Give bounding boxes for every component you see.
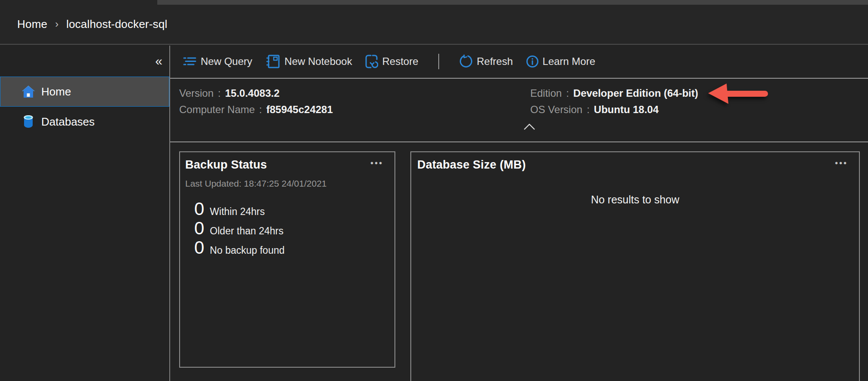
backup-status-header: Backup Status ••• bbox=[185, 158, 384, 172]
sidebar-item-label: Home bbox=[41, 85, 71, 98]
breadcrumb-current-server: localhost-docker-sql bbox=[66, 18, 167, 31]
new-notebook-icon bbox=[265, 54, 281, 69]
tab-bar-background bbox=[157, 0, 868, 5]
refresh-icon bbox=[459, 54, 473, 68]
toolbar-separator bbox=[438, 54, 439, 69]
backup-count-label: Within 24hrs bbox=[210, 206, 265, 218]
collapse-properties-icon[interactable] bbox=[523, 123, 535, 131]
refresh-button[interactable]: Refresh bbox=[459, 54, 513, 68]
database-size-widget: Database Size (MB) ••• No results to sho… bbox=[410, 151, 860, 381]
database-size-header: Database Size (MB) ••• bbox=[417, 158, 849, 172]
backup-count: 0 bbox=[194, 199, 204, 218]
backup-status-title: Backup Status bbox=[185, 158, 267, 172]
annotation-arrow bbox=[708, 83, 773, 105]
database-size-menu-icon[interactable]: ••• bbox=[834, 158, 849, 168]
breadcrumb-separator-icon: › bbox=[55, 18, 58, 30]
window-tab-strip bbox=[0, 0, 868, 5]
backup-row-older-24hrs: 0 Older than 24hrs bbox=[194, 218, 384, 238]
sidebar-item-home[interactable]: Home bbox=[0, 77, 169, 107]
learn-more-label: Learn More bbox=[543, 55, 596, 68]
backup-row-no-backup: 0 No backup found bbox=[194, 238, 384, 257]
server-properties-right: Edition : Developer Edition (64-bit) OS … bbox=[530, 85, 698, 118]
collapse-sidebar-icon[interactable]: « bbox=[155, 55, 162, 68]
sidebar-item-databases[interactable]: Databases bbox=[0, 107, 169, 137]
restore-button[interactable]: Restore bbox=[365, 54, 418, 69]
property-os-version: OS Version : Ubuntu 18.04 bbox=[530, 101, 698, 118]
backup-status-menu-icon[interactable]: ••• bbox=[370, 158, 384, 168]
dashboard-toolbar: New Query New Notebook Restore bbox=[170, 45, 868, 79]
refresh-label: Refresh bbox=[477, 55, 513, 68]
breadcrumb-home-link[interactable]: Home bbox=[17, 18, 47, 31]
property-computer-name: Computer Name : f85945c24281 bbox=[179, 101, 333, 118]
property-version: Version : 15.0.4083.2 bbox=[179, 85, 333, 101]
database-icon bbox=[21, 114, 36, 129]
server-dashboard-window: Home › localhost-docker-sql « Home bbox=[0, 0, 868, 381]
database-size-empty-message: No results to show bbox=[411, 194, 859, 206]
sidebar-header: « bbox=[0, 46, 169, 77]
database-size-title: Database Size (MB) bbox=[417, 158, 526, 172]
backup-status-widget: Backup Status ••• Last Updated: 18:47:25… bbox=[179, 151, 395, 368]
learn-more-button[interactable]: Learn More bbox=[526, 55, 596, 68]
new-notebook-button[interactable]: New Notebook bbox=[265, 54, 352, 69]
backup-count: 0 bbox=[194, 238, 204, 257]
backup-count-label: Older than 24hrs bbox=[210, 225, 283, 237]
server-properties-left: Version : 15.0.4083.2 Computer Name : f8… bbox=[179, 85, 333, 118]
new-query-icon bbox=[183, 55, 197, 68]
server-properties-panel: Version : 15.0.4083.2 Computer Name : f8… bbox=[170, 80, 868, 142]
backup-count-label: No backup found bbox=[210, 245, 284, 256]
info-icon bbox=[526, 55, 539, 68]
sidebar-item-label: Databases bbox=[41, 115, 95, 129]
backup-count-rows: 0 Within 24hrs 0 Older than 24hrs 0 No b… bbox=[194, 199, 384, 257]
property-edition: Edition : Developer Edition (64-bit) bbox=[530, 85, 698, 101]
breadcrumb: Home › localhost-docker-sql bbox=[0, 5, 868, 45]
restore-icon bbox=[365, 54, 378, 69]
new-query-button[interactable]: New Query bbox=[183, 55, 252, 68]
backup-last-updated: Last Updated: 18:47:25 24/01/2021 bbox=[185, 178, 384, 189]
dashboard-sidebar: « Home Databases bbox=[0, 46, 169, 381]
backup-count: 0 bbox=[194, 218, 204, 238]
restore-label: Restore bbox=[382, 55, 418, 68]
backup-row-within-24hrs: 0 Within 24hrs bbox=[194, 199, 384, 218]
new-notebook-label: New Notebook bbox=[284, 55, 352, 68]
home-icon bbox=[21, 84, 36, 99]
new-query-label: New Query bbox=[201, 55, 252, 68]
